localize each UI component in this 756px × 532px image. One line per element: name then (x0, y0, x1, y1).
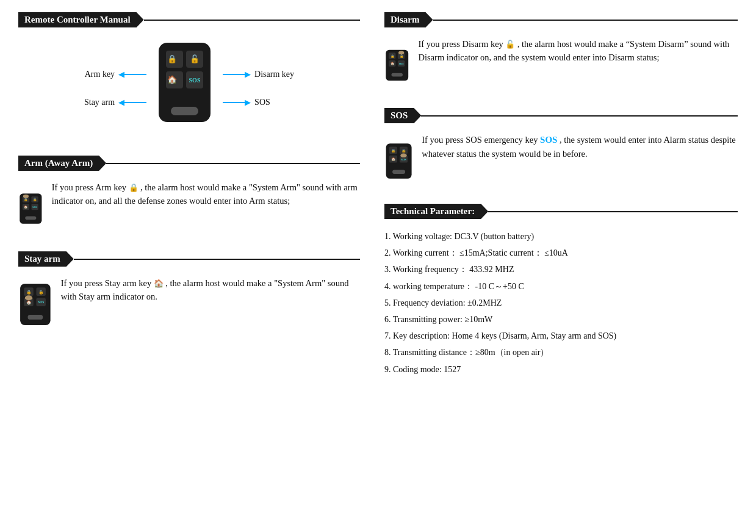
tech-param-item: 7. Key description: Home 4 keys (Disarm,… (384, 328, 738, 343)
sos-line (223, 102, 245, 103)
svg-point-31 (25, 295, 32, 300)
disarm-content: 🔒 🔓 🏠 SOS If you press Disarm key 🔓 , th… (384, 37, 738, 93)
stay-arm-text-plain: If you press Stay arm key (61, 278, 152, 288)
disarm-section: Disarm 🔒 🔓 🏠 SOS (384, 12, 738, 93)
sos-content: 🔒 🔓 🏠 SOS If you press SOS emergency key… (384, 133, 738, 189)
tech-param-item: 5. Frequency deviation: ±0.2MHZ (384, 295, 738, 311)
sos-label-container: ▶ SOS (223, 98, 270, 107)
svg-text:🔒: 🔒 (391, 148, 396, 153)
arm-away-label: Arm (Away Arm) (18, 156, 106, 171)
svg-text:🔓: 🔓 (38, 289, 44, 295)
tech-params-header: Technical Parameter: (384, 204, 738, 219)
diagram-labels-left: Arm key ◀ Stay arm ◀ (84, 70, 146, 107)
svg-text:SOS: SOS (189, 77, 201, 84)
disarm-label: Disarm (384, 12, 433, 27)
stay-arm-label: Stay arm (18, 251, 74, 267)
arm-remote-small: 🔒 🔓 🏠 SOS (18, 181, 43, 237)
svg-text:🔓: 🔓 (401, 148, 406, 153)
sos-remote-small: 🔒 🔓 🏠 SOS (384, 133, 413, 189)
remote-diagram: Arm key ◀ Stay arm ◀ (18, 40, 360, 137)
stay-arm-remote-small: 🔒 🔓 🏠 SOS (18, 276, 52, 332)
svg-rect-9 (171, 107, 198, 115)
tech-param-item: 9. Coding mode: 1527 (384, 362, 738, 377)
disarm-key-label: Disarm key (254, 70, 294, 79)
stay-arm-content: 🔒 🔓 🏠 SOS If you press Stay arm key 🏠 , … (18, 276, 360, 332)
disarm-header-line (433, 20, 738, 21)
disarm-key-icon: 🔓 (505, 40, 517, 49)
tech-param-item: 1. Working voltage: DC3.V (button batter… (384, 229, 738, 244)
main-title-header: Remote Controller Manual (18, 12, 360, 27)
svg-text:🏠: 🏠 (24, 205, 28, 209)
svg-text:SOS: SOS (401, 158, 406, 161)
sos-text-plain: If you press SOS emergency key (422, 135, 538, 145)
arm-away-section: Arm (Away Arm) 🔒 🔓 🏠 SOS (18, 156, 360, 237)
svg-text:SOS: SOS (32, 206, 37, 209)
arm-key-icon: 🔒 (129, 183, 140, 192)
disarm-line (223, 74, 245, 75)
svg-text:🔒: 🔒 (391, 54, 395, 59)
svg-text:🔒: 🔒 (167, 54, 178, 64)
sos-arrow-icon: ▶ (245, 98, 251, 107)
arm-key-label-container: Arm key ◀ (85, 70, 146, 79)
svg-text:🔒: 🔒 (26, 289, 32, 295)
sos-header: SOS (384, 108, 738, 123)
diagram-labels-right: ▶ Disarm key ▶ SOS (223, 70, 294, 107)
svg-rect-52 (392, 170, 405, 174)
stay-arm-label-container: Stay arm ◀ (84, 98, 146, 107)
tech-params-label: Technical Parameter: (384, 204, 488, 219)
disarm-key-arrow-icon: ▶ (245, 70, 251, 79)
svg-rect-19 (25, 216, 36, 220)
svg-text:🔓: 🔓 (190, 54, 200, 64)
tech-param-item: 2. Working current： ≤15mA;Static current… (384, 245, 738, 261)
tech-param-item: 6. Transmitting power: ≥10mW (384, 312, 738, 327)
stay-arm-header: Stay arm (18, 251, 360, 267)
svg-text:🏠: 🏠 (391, 62, 395, 66)
arm-text-plain: If you press Arm key (52, 182, 126, 192)
sos-diagram-label: SOS (254, 98, 270, 107)
stay-arm-label: Stay arm (84, 98, 115, 107)
svg-text:SOS: SOS (399, 62, 404, 65)
sos-section-label: SOS (384, 108, 421, 123)
tech-params-list: 1. Working voltage: DC3.V (button batter… (384, 229, 738, 377)
tech-params-section: Technical Parameter: 1. Working voltage:… (384, 204, 738, 377)
arm-away-content: 🔒 🔓 🏠 SOS If you press Arm key 🔒 , the a… (18, 181, 360, 237)
tech-param-item: 3. Working frequency： 433.92 MHZ (384, 262, 738, 277)
stay-arm-text: If you press Stay arm key 🏠 , the alarm … (61, 276, 360, 304)
svg-text:🏠: 🏠 (391, 157, 396, 162)
svg-rect-41 (392, 73, 403, 77)
arm-key-label: Arm key (85, 70, 115, 79)
title-line (144, 20, 360, 21)
main-title-label: Remote Controller Manual (18, 12, 144, 27)
stay-arm-line (74, 259, 360, 260)
disarm-header: Disarm (384, 12, 738, 27)
svg-point-42 (398, 51, 404, 54)
tech-param-item: 4. working temperature： -10 C～+50 C (384, 279, 738, 294)
svg-text:🔒: 🔒 (24, 198, 28, 202)
disarm-key-label-container: ▶ Disarm key (223, 70, 294, 79)
arm-key-arrow-icon: ◀ (118, 70, 124, 79)
arm-away-line (106, 163, 360, 164)
arm-away-header: Arm (Away Arm) (18, 156, 360, 171)
tech-params-line (488, 211, 738, 212)
sos-text: If you press SOS emergency key SOS , the… (422, 133, 738, 161)
sos-text-highlight: SOS (540, 135, 557, 145)
svg-text:🏠: 🏠 (26, 300, 32, 305)
tech-param-item: 8. Transmitting distance：≥80m（in open ai… (384, 345, 738, 360)
disarm-remote-small: 🔒 🔓 🏠 SOS (384, 37, 409, 93)
stay-arm-key-icon: 🏠 (154, 279, 165, 288)
svg-point-20 (23, 195, 29, 198)
svg-text:🏠: 🏠 (167, 74, 178, 85)
disarm-text-plain: If you press Disarm key (418, 39, 503, 49)
disarm-text: If you press Disarm key 🔓 , the alarm ho… (418, 37, 738, 65)
stay-arm-line (124, 102, 146, 103)
arm-away-text: If you press Arm key 🔒 , the alarm host … (52, 181, 360, 208)
svg-text:🔓: 🔓 (400, 54, 404, 59)
svg-text:🔓: 🔓 (33, 198, 37, 202)
arm-key-line (124, 74, 146, 75)
svg-text:SOS: SOS (38, 300, 44, 304)
sos-header-line (421, 115, 738, 117)
stay-arm-arrow-icon: ◀ (118, 98, 124, 107)
svg-rect-30 (27, 315, 43, 320)
remote-control-diagram-svg: 🔒 🔓 🏠 SOS (153, 40, 217, 137)
stay-arm-section: Stay arm 🔒 🔓 🏠 SOS (18, 251, 360, 332)
